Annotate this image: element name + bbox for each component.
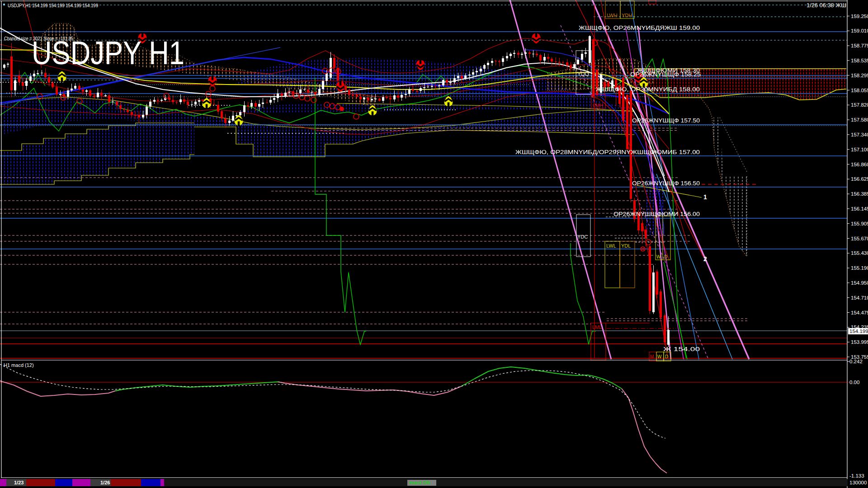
svg-text:LWL: LWL: [606, 243, 616, 249]
svg-text:1/26: 1/26: [100, 480, 110, 485]
svg-text:Channel size = 3021 Slope = -1: Channel size = 3021 Slope = -131.85: [4, 36, 73, 41]
svg-text:ЖШЩФЮ, OP26МNYИБДЯЖШ 159.00: ЖШЩФЮ, OP26МNYИБДЯЖШ 159.00: [579, 24, 700, 31]
svg-text:YDC: YDC: [577, 234, 588, 239]
svg-text:-1.133: -1.133: [849, 473, 864, 479]
svg-text:158.055: 158.055: [851, 88, 868, 93]
svg-text:OP26ЖNYШЩФЮМИ 156.00: OP26ЖNYШЩФЮМИ 156.00: [613, 211, 700, 217]
svg-text:159.250: 159.250: [851, 14, 868, 19]
svg-text:130000: 130000: [849, 480, 867, 485]
svg-text:158.535: 158.535: [851, 58, 868, 63]
svg-text:154.475: 154.475: [851, 310, 868, 315]
svg-text:OP26ЖNYШЩФ 158.25: OP26ЖNYШЩФ 158.25: [630, 71, 701, 78]
svg-text:D: D: [665, 354, 668, 359]
svg-text:156.145: 156.145: [851, 206, 868, 211]
svg-text:157.100: 157.100: [851, 147, 868, 152]
svg-text:ЖШЩФЮ, OP28МNYИБД/OP29ЯNYЖШЩФЮ: ЖШЩФЮ, OP28МNYИБД/OP29ЯNYЖШЩФЮМИБ 157.00: [515, 149, 700, 155]
svg-text:155.430: 155.430: [851, 250, 868, 256]
svg-text:2: 2: [703, 255, 707, 263]
svg-text:W: W: [656, 254, 661, 259]
svg-text:154.199: 154.199: [849, 328, 868, 334]
svg-text:YDH: YDH: [622, 13, 632, 18]
svg-text:D: D: [664, 254, 667, 259]
svg-text:159.010: 159.010: [851, 28, 868, 33]
svg-text:YDO: YDO: [577, 71, 589, 77]
svg-text:ЖШЩФЮ, OP30МNYИБД 158.00: ЖШЩФЮ, OP30МNYИБД 158.00: [596, 86, 700, 93]
svg-text:USDJPY,H1 154.199 154.199 154: USDJPY,H1 154.199 154.199 154.199 154.19…: [8, 3, 98, 8]
svg-text:OP26ЖNYШЩФ 156.50: OP26ЖNYШЩФ 156.50: [632, 180, 700, 187]
svg-text:W: W: [657, 354, 662, 359]
svg-text:macd ON: macd ON: [409, 480, 430, 485]
svg-text:1/26 06:38 ЖШ: 1/26 06:38 ЖШ: [807, 2, 846, 9]
svg-text:1/23: 1/23: [14, 480, 24, 485]
svg-text:155.190: 155.190: [851, 265, 868, 271]
svg-text:1: 1: [703, 193, 707, 201]
svg-text:157.580: 157.580: [851, 117, 868, 122]
svg-text:H1 macd (12): H1 macd (12): [4, 362, 34, 368]
svg-text:153.995: 153.995: [851, 339, 868, 345]
svg-text:155.670: 155.670: [851, 236, 868, 241]
svg-text:158.295: 158.295: [851, 73, 868, 78]
svg-text:154.950: 154.950: [851, 280, 868, 286]
svg-text:156.860: 156.860: [851, 162, 868, 167]
svg-text:154.710: 154.710: [851, 295, 868, 300]
svg-text:157.820: 157.820: [851, 102, 868, 108]
svg-text:LML: LML: [592, 324, 602, 330]
svg-text:LWH: LWH: [607, 13, 618, 18]
svg-text:YDL: YDL: [621, 243, 631, 249]
svg-text:158.775: 158.775: [851, 43, 868, 48]
svg-text:0.00: 0.00: [849, 380, 859, 385]
svg-text:157.340: 157.340: [851, 132, 868, 137]
svg-text:155.905: 155.905: [851, 221, 868, 226]
svg-text:OP26ЖNYШЩФ 157.50: OP26ЖNYШЩФ 157.50: [632, 117, 700, 124]
svg-text:156.625: 156.625: [851, 176, 868, 182]
svg-text:M: M: [650, 354, 654, 359]
svg-text:156.385: 156.385: [851, 191, 868, 197]
svg-text:0.242: 0.242: [849, 359, 863, 364]
svg-text:Ж 154.00: Ж 154.00: [663, 346, 700, 352]
